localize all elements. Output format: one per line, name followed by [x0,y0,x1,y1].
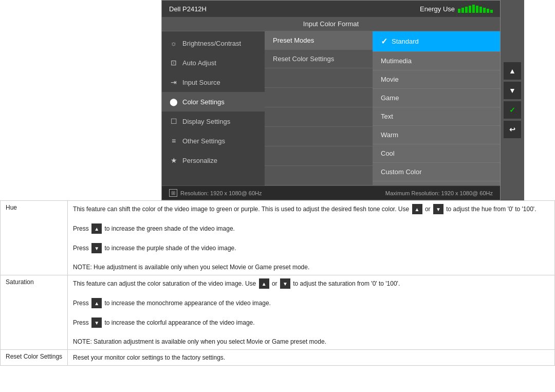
sat-down-icon [280,278,290,289]
input-source-icon: ⇥ [169,78,178,87]
menu-item-brightness[interactable]: ☼ Brightness/Contrast [162,33,265,53]
nav-down-button[interactable]: ▼ [504,82,521,99]
energy-bar-4 [469,6,471,13]
sat-up-icon [259,278,269,289]
mid-item-empty-3 [265,107,373,127]
osd-mid-panel: Preset Modes Reset Color Settings [265,31,373,185]
table-row-saturation: Saturation This feature can adjust the c… [1,275,555,350]
right-item-movie[interactable]: Movie [373,70,500,89]
osd-header: Dell P2412H Energy Use [162,1,500,17]
hue-desc-3: Press to increase the purple shade of th… [73,243,549,253]
right-label-multimedia: Mutimedia [381,57,412,65]
osd-nav-buttons: ▲ ▼ ✓ ↩ [501,0,524,200]
mid-item-empty-5 [265,146,373,166]
footer-logo-icon: ⊞ [169,189,177,197]
hue-desc-2: Press to increase the green shade of the… [73,223,549,234]
monitor-model: Dell P2412H [169,5,207,13]
osd-wrapper: Dell P2412H Energy Use [0,0,555,200]
saturation-desc-1: This feature can adjust the color satura… [73,278,549,289]
menu-item-personalize[interactable]: ★ Personalize [162,151,265,170]
osd-content: ☼ Brightness/Contrast ⊡ Auto Adjust ⇥ In… [162,31,500,185]
osd-footer-left: ⊞ Resolution: 1920 x 1080@ 60Hz [169,189,262,197]
menu-label-auto-adjust: Auto Adjust [182,59,216,67]
saturation-content: This feature can adjust the color satura… [68,275,555,350]
hue-label: Hue [1,201,68,275]
personalize-icon: ★ [169,156,178,165]
right-label-game: Game [381,94,399,102]
right-item-cool[interactable]: Cool [373,144,500,163]
check-standard: ✓ [381,36,387,46]
hue-content: This feature can shift the color of the … [68,201,555,275]
reset-color-content: Reset your monitor color settings to the… [68,350,555,366]
content-table: Hue This feature can shift the color of … [0,200,555,366]
saturation-label: Saturation [1,275,68,350]
menu-item-display-settings[interactable]: ☐ Display Settings [162,111,265,131]
energy-use: Energy Use [420,5,493,13]
mid-item-preset-modes[interactable]: Preset Modes [265,31,373,50]
osd-left-menu: ☼ Brightness/Contrast ⊡ Auto Adjust ⇥ In… [162,31,265,185]
hue-up-icon [412,204,422,214]
right-label-custom-color: Custom Color [381,168,421,176]
menu-item-auto-adjust[interactable]: ⊡ Auto Adjust [162,53,265,72]
energy-label: Energy Use [420,5,455,13]
footer-max-resolution: Maximum Resolution: 1920 x 1080@ 60Hz [385,190,493,196]
hue-down-purple-icon [91,243,102,253]
right-item-custom-color[interactable]: Custom Color [373,163,500,181]
menu-item-other-settings[interactable]: ≡ Other Settings [162,131,265,151]
hue-down-icon [433,204,443,214]
auto-adjust-icon: ⊡ [169,58,178,67]
energy-bars [458,5,493,13]
other-settings-icon: ≡ [169,136,178,145]
footer-resolution: Resolution: 1920 x 1080@ 60Hz [180,190,262,196]
menu-item-color-settings[interactable]: ⬤ Color Settings [162,92,265,111]
table-row-hue: Hue This feature can shift the color of … [1,201,555,275]
menu-label-other-settings: Other Settings [182,137,225,145]
nav-back-button[interactable]: ↩ [504,121,521,138]
nav-up-button[interactable]: ▲ [504,62,521,80]
energy-bar-5 [472,5,475,13]
energy-bar-10 [490,10,493,13]
submenu-label: Input Color Format [303,20,359,28]
menu-label-personalize: Personalize [182,157,217,164]
right-label-cool: Cool [381,150,395,157]
menu-item-input-source[interactable]: ⇥ Input Source [162,72,265,92]
right-label-standard: Standard [392,38,419,45]
osd-right-panel: ✓ Standard Mutimedia Movie Game Text [373,31,500,185]
nav-confirm-button[interactable]: ✓ [504,101,521,119]
osd-footer: ⊞ Resolution: 1920 x 1080@ 60Hz Maximum … [162,185,500,200]
sat-up-mono-icon [91,298,102,308]
right-label-text: Text [381,113,393,120]
reset-color-desc: Reset your monitor color settings to the… [73,353,549,362]
right-item-multimedia[interactable]: Mutimedia [373,52,500,70]
right-item-warm[interactable]: Warm [373,126,500,144]
menu-label-brightness: Brightness/Contrast [182,40,241,47]
hue-note: NOTE: Hue adjustment is available only w… [73,263,549,272]
osd-right-space [524,0,555,200]
reset-color-label: Reset Color Settings [1,350,68,366]
submenu-header: Input Color Format [162,17,500,31]
osd-left-spacer [0,0,161,200]
saturation-desc-3: Press to increase the colorful appearanc… [73,318,549,328]
right-item-text[interactable]: Text [373,107,500,126]
sat-down-color-icon [91,318,102,328]
mid-item-empty-1 [265,68,373,88]
mid-label-reset-color: Reset Color Settings [273,55,334,63]
energy-bar-9 [487,9,489,13]
right-item-standard[interactable]: ✓ Standard [373,31,500,52]
saturation-note: NOTE: Saturation adjustment is available… [73,337,549,346]
energy-bar-2 [461,8,464,13]
energy-bar-7 [479,7,482,13]
saturation-desc-2: Press to increase the monochrome appeara… [73,298,549,308]
energy-bar-6 [476,6,478,13]
energy-bar-1 [458,9,460,13]
table-row-reset-color: Reset Color Settings Reset your monitor … [1,350,555,366]
menu-label-display-settings: Display Settings [182,118,230,125]
mid-item-reset-color[interactable]: Reset Color Settings [265,50,373,68]
mid-item-empty-4 [265,127,373,146]
mid-item-empty-6 [265,166,373,185]
right-item-game[interactable]: Game [373,89,500,107]
energy-bar-3 [465,7,468,13]
osd-screen: Dell P2412H Energy Use [161,0,501,200]
main-container: Dell P2412H Energy Use [0,0,555,366]
menu-label-input-source: Input Source [182,79,220,86]
